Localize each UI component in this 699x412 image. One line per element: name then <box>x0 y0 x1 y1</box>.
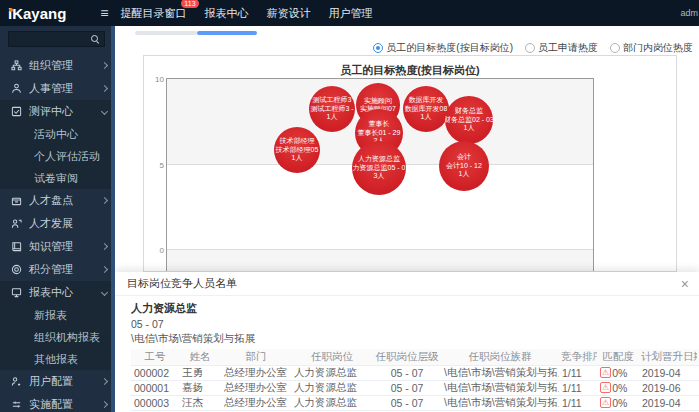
username[interactable]: adm <box>680 8 699 18</box>
chevron-right-icon <box>101 378 108 385</box>
main-content: 员工的目标热度(按目标岗位) 员工申请热度 部门内岗位热度 员工的目标热度(按目… <box>115 26 699 412</box>
warning-icon: ⚠ <box>600 382 611 393</box>
panel-body: 人力资源总监 05 - 07 \电信\市场\营销策划与拓展 工号 姓名 部门 任… <box>115 296 699 411</box>
sidebar-item-talent-inventory[interactable]: 人才盘点 <box>0 189 115 212</box>
radio-unselected-icon[interactable] <box>610 43 620 53</box>
col-planned-promotion-date[interactable]: 计划晋升日期 <box>639 349 697 365</box>
y-axis-tick: 5 <box>150 161 164 170</box>
chart-bubble-finance-director[interactable]: 财务总监 财务总监02 - 03 1人 <box>445 96 493 144</box>
radio-department-position-heat[interactable]: 部门内岗位热度 <box>610 41 693 55</box>
col-position-family[interactable]: 任职岗位族群 <box>441 349 559 365</box>
table-row[interactable]: 000003 汪杰 总经理办公室 人力资源总监 05 - 07 \电信\市场\营… <box>131 395 699 410</box>
cell-position: 人力资源总监 <box>291 380 373 395</box>
col-department[interactable]: 部门 <box>221 349 291 365</box>
topbar-item-reminder-catalog[interactable]: 提醒目录窗口 113 <box>121 6 187 21</box>
warning-icon: ⚠ <box>600 367 611 378</box>
sidebar-item-talent-development[interactable]: 人才发展 <box>0 212 115 235</box>
table-row[interactable]: 000002 王勇 总经理办公室 人力资源总监 05 - 07 \电信\市场\营… <box>131 365 699 380</box>
sidebar-item-exam-review[interactable]: 试卷审阅 <box>0 167 115 189</box>
org-chart-icon <box>10 60 22 72</box>
radio-employee-apply-heat[interactable]: 员工申请热度 <box>525 41 598 55</box>
col-match[interactable]: 匹配度 <box>597 349 639 365</box>
cell-planned-promotion-date: 2019-04 <box>639 395 697 410</box>
col-position[interactable]: 任职岗位 <box>291 349 373 365</box>
chart-bubble-accountant[interactable]: 会计 会计10 - 12 1人 <box>439 141 489 191</box>
close-icon[interactable]: × <box>681 277 689 291</box>
chart-bubble-test-engineer[interactable]: 测试工程师3 测试工程师3 - 1人 <box>309 86 355 132</box>
sidebar: 组织管理 人事管理 测评中心 活动中心 个人评估活动 试卷审阅 人才盘点 <box>0 26 115 412</box>
sidebar-item-implementation-config[interactable]: 实施配置 <box>0 393 115 412</box>
bubble-line: 3人 <box>374 172 385 181</box>
warning-icon: ⚠ <box>600 397 611 408</box>
sidebar-item-new-report[interactable]: 新报表 <box>0 304 115 326</box>
cell-position-level: 05 - 07 <box>373 365 441 380</box>
table-row[interactable]: 000001 嘉扬 总经理办公室 人力资源总监 05 - 07 \电信\市场\营… <box>131 380 699 395</box>
archive-box-icon <box>10 195 22 207</box>
y-axis-tick: 0 <box>150 246 164 255</box>
chevron-right-icon <box>101 243 108 250</box>
tab-indicator-inactive[interactable] <box>135 31 197 35</box>
col-rank[interactable]: 竞争排序 <box>559 349 597 365</box>
panel-header: 目标岗位竞争人员名单 × <box>115 272 699 296</box>
topbar-item-salary-design[interactable]: 薪资设计 <box>267 6 311 21</box>
cell-position: 人力资源总监 <box>291 365 373 380</box>
sidebar-item-label: 人才发展 <box>29 216 73 231</box>
cell-position: 人力资源总监 <box>291 395 373 410</box>
match-value: 0% <box>612 382 627 394</box>
sidebar-search-input[interactable] <box>9 34 90 45</box>
sidebar-scrollbar[interactable] <box>111 26 115 412</box>
chevron-down-icon <box>101 108 108 115</box>
radio-label: 员工的目标热度(按目标岗位) <box>386 41 513 55</box>
sidebar-item-other-reports[interactable]: 其他报表 <box>0 348 115 370</box>
radio-unselected-icon[interactable] <box>525 43 535 53</box>
chart-bubble-tech-manager[interactable]: 技术部经理 技术部经理05 1人 <box>274 127 320 173</box>
sidebar-item-label: 报表中心 <box>29 285 73 300</box>
bubble-line: 测试工程师3 - <box>310 105 353 114</box>
search-icon[interactable] <box>90 34 100 44</box>
chevron-right-icon <box>101 85 108 92</box>
col-employee-id[interactable]: 工号 <box>131 349 179 365</box>
cell-planned-promotion-date: 2019-06 <box>639 380 697 395</box>
sidebar-item-org-management[interactable]: 组织管理 <box>0 54 115 77</box>
notification-badge: 113 <box>181 0 198 8</box>
chart-bubble-database-dev[interactable]: 数据库开发 数据库开发08 1人 <box>403 86 449 132</box>
medal-icon <box>10 264 22 276</box>
topbar-item-report-center[interactable]: 报表中心 <box>205 6 249 21</box>
topbar-item-label: 提醒目录窗口 <box>121 7 187 19</box>
bubble-chart-panel: 员工的目标热度(按目标岗位) 10 5 0 技术部经理 技术部经理05 1人 测… <box>143 55 677 272</box>
hamburger-menu-icon[interactable]: ≡ <box>100 5 108 21</box>
sidebar-item-points-management[interactable]: 积分管理 <box>0 258 115 281</box>
chevron-down-icon <box>101 289 108 296</box>
sidebar-item-report-center[interactable]: 报表中心 <box>0 281 115 304</box>
app-logo[interactable]: iKayang <box>0 5 76 22</box>
cell-match: ⚠0% <box>600 367 636 379</box>
cell-rank: 1/11 <box>559 365 597 380</box>
bubble-line: 会计 <box>457 153 471 162</box>
sidebar-item-org-structure-report[interactable]: 组织机构报表 <box>0 326 115 348</box>
cell-position-family: \电信\市场\营销策划与拓展 <box>441 365 559 380</box>
radio-target-position-heat[interactable]: 员工的目标热度(按目标岗位) <box>373 41 513 55</box>
bubble-line: 人力资源总监 <box>358 155 400 164</box>
sidebar-item-user-config[interactable]: 用户配置 <box>0 370 115 393</box>
cell-rank: 1/11 <box>559 380 597 395</box>
radio-selected-icon[interactable] <box>373 43 383 53</box>
cell-employee-id: 000001 <box>131 380 179 395</box>
sidebar-item-assessment-center[interactable]: 测评中心 <box>0 100 115 123</box>
bubble-line: 会计10 - 12 <box>446 162 482 171</box>
sidebar-search[interactable] <box>8 31 105 47</box>
match-value: 0% <box>612 367 627 379</box>
sidebar-item-knowledge-management[interactable]: 知识管理 <box>0 235 115 258</box>
cell-position-family: \电信\市场\营销策划与拓展 <box>441 395 559 410</box>
sidebar-item-activity-center[interactable]: 活动中心 <box>0 123 115 145</box>
bubble-line: 董事长01 - 29 <box>358 129 401 138</box>
tab-indicator-active[interactable] <box>197 31 257 35</box>
col-name[interactable]: 姓名 <box>179 349 221 365</box>
topbar-item-user-management[interactable]: 用户管理 <box>329 6 373 21</box>
col-position-level[interactable]: 任职岗位层级 <box>373 349 441 365</box>
sidebar-item-hr-management[interactable]: 人事管理 <box>0 77 115 100</box>
sidebar-item-personal-evaluation[interactable]: 个人评估活动 <box>0 145 115 167</box>
bubble-line: 1人 <box>327 113 338 122</box>
chart-bubble-hr-director[interactable]: 人力资源总监 力资源总监05 - 0 3人 <box>352 141 406 195</box>
bubble-line: 技术部经理05 <box>276 146 319 155</box>
table-header-row: 工号 姓名 部门 任职岗位 任职岗位层级 任职岗位族群 竞争排序 匹配度 计划晋… <box>131 349 699 365</box>
